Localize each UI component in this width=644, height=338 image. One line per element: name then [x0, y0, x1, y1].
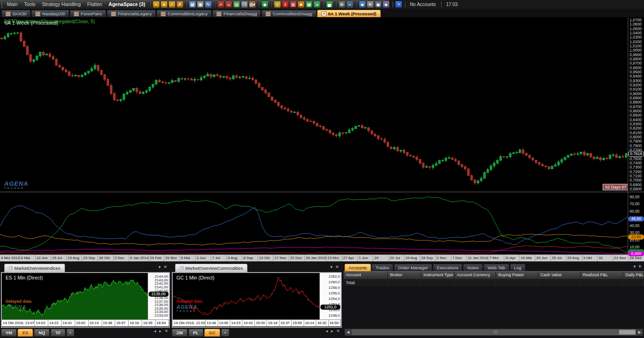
instrument-tab-+[interactable]: +	[66, 329, 75, 337]
stats-bars-icon[interactable]: ▅	[326, 1, 333, 8]
axis-tick: 40,00	[630, 224, 644, 228]
toolbar-grip[interactable]	[1, 1, 2, 8]
table-cell	[623, 280, 644, 286]
workspace-icon[interactable]: ▣	[197, 1, 204, 8]
instrument-tab-tf[interactable]: TF	[51, 329, 65, 337]
axis-tick: 0,8500	[630, 113, 644, 117]
collapse-icon[interactable]: ▾	[330, 265, 332, 269]
date-axis[interactable]: 4 Mrz 20136 Mai10 Jun15 Jul19 Aug23 Sep2…	[0, 254, 644, 261]
market-overview-commodities-window: ❐ MarketOverviewCommodities ▾ ✕ GC 1 Min…	[172, 263, 342, 328]
window-tab-commodities[interactable]: ❐ MarketOverviewCommodities	[175, 264, 247, 272]
accounts-tab-accounts[interactable]: Accounts	[345, 264, 371, 271]
instrument-menu-icon[interactable]: ▾	[161, 1, 168, 8]
share-icon[interactable]: ◆	[261, 1, 268, 8]
briefcase-icon[interactable]: ■	[298, 1, 305, 8]
close-icon[interactable]: ✕	[163, 265, 167, 269]
watchlist-icon	[74, 11, 79, 16]
instrument-tab-ym[interactable]: YM	[1, 329, 17, 337]
column-header-account-currency[interactable]: Account Currency	[455, 272, 496, 279]
workspace-tab-forexpairs[interactable]: ForexPairs	[70, 10, 106, 17]
scroll-left-icon[interactable]: ◂	[154, 329, 156, 333]
accounts-tab-log[interactable]: Log	[510, 264, 526, 271]
instrument-tab-+[interactable]: +	[221, 329, 229, 337]
chart-layout-menu-icon[interactable]: ▥▾	[249, 1, 256, 8]
price-axis[interactable]: 1,07001,06001,05001,04001,03001,02001,01…	[628, 17, 644, 192]
scrollbar-thumb[interactable]	[619, 330, 636, 335]
main-candlestick-chart[interactable]	[0, 17, 628, 192]
column-header-buying-power[interactable]: Buying Power	[496, 272, 538, 279]
notifications-badge-icon[interactable]: 2	[282, 1, 289, 8]
workspace-tab-dax30[interactable]: DAX30	[1, 10, 31, 17]
collapse-icon[interactable]: ▾	[633, 264, 636, 269]
menu-item-flatten[interactable]: Flatten	[84, 0, 105, 9]
scroll-right-icon[interactable]: ▶	[636, 329, 643, 335]
workspace-tab-nasdaq100[interactable]: Nasdaq100	[31, 10, 69, 17]
indicator-axis[interactable]: 80,0070,0060,0050,0040,0030,0020,0010,00…	[628, 192, 644, 254]
menu-item-main[interactable]: Main	[4, 0, 21, 9]
es-chart[interactable]: ES 1 Min (Direct) Delayed data AGENA TRA…	[2, 273, 148, 319]
accounts-tab-trades[interactable]: Trades	[371, 264, 393, 271]
workspace-tab-financialslegacy[interactable]: FinancialsLegacy	[107, 10, 156, 17]
accounts-tab-web-tab[interactable]: Web-Tab	[483, 264, 509, 271]
list-chart-icon[interactable]: ▤	[233, 1, 240, 8]
cot-indicator-panel[interactable]	[0, 192, 628, 254]
instrument-tab-pl[interactable]: PL	[189, 329, 203, 337]
instrument-tab-gc[interactable]: GC	[204, 329, 220, 337]
tools-icon[interactable]: ✦	[367, 1, 374, 8]
horizontal-scrollbar[interactable]: ◀ ▶	[345, 329, 643, 336]
user-icon[interactable]: ☻	[359, 1, 366, 8]
menu-item-strategy-handling[interactable]: Strategy Handling	[39, 0, 84, 9]
scroll-right-icon[interactable]: ▸	[331, 329, 333, 333]
scrollbar-grip[interactable]	[494, 331, 498, 334]
workspace-tab-6a-1-week-processed-[interactable]: ↗6A 1 Week (Processed)	[317, 10, 381, 17]
scroll-right-icon[interactable]: ▸	[159, 329, 162, 333]
export-table-icon[interactable]: ⇲	[313, 1, 320, 8]
workspace-tab-commoditieslegacy[interactable]: CommoditiesLegacy	[156, 10, 212, 17]
duplicate-chart-icon[interactable]: ❐	[241, 1, 248, 8]
scroll-left-icon[interactable]: ◂	[325, 329, 328, 333]
note-icon[interactable]: ✎	[205, 1, 212, 8]
window-tab-indices[interactable]: ❐ MarketOverviewIndices	[4, 264, 65, 272]
add-instrument-icon[interactable]: +	[153, 1, 160, 8]
price-badge: 23,90	[628, 234, 644, 240]
connection-icon[interactable]: ⌁	[346, 1, 353, 8]
clipboard-icon[interactable]: ▯	[274, 1, 281, 8]
column-header-daily-p-l[interactable]: Daily P&L	[623, 272, 644, 279]
accounts-tab-order-manager[interactable]: Order Manager	[394, 264, 432, 271]
instrument-tab-nq[interactable]: NQ	[34, 329, 50, 337]
accounts-tab-executions[interactable]: Executions	[433, 264, 462, 271]
remove-instrument-icon[interactable]: ✗	[176, 1, 183, 8]
time-label: 15:55	[292, 320, 304, 326]
column-header-broker[interactable]: Broker	[388, 272, 421, 279]
gc-chart[interactable]: GC 1 Min (Direct) Delayed data AGENA TRA…	[173, 273, 319, 319]
column-header-account[interactable]: Account	[344, 272, 388, 279]
collapse-icon[interactable]: ▾	[158, 265, 161, 269]
users-icon[interactable]: ☻	[383, 1, 390, 8]
screen-share-icon[interactable]: ▣	[375, 1, 382, 8]
accounts-tab-notes[interactable]: Notes	[463, 264, 483, 271]
column-header-instrument-type[interactable]: Instrument Type	[421, 272, 455, 279]
instrument-tab-es[interactable]: ES	[18, 329, 33, 337]
close-icon[interactable]: ✕	[335, 265, 339, 269]
chart-up-icon[interactable]: ↗	[217, 1, 224, 8]
date-label: 31	[597, 255, 613, 261]
table-icon[interactable]: ▦	[306, 1, 312, 8]
workspace-tab-commoditiesdisagg[interactable]: CommoditiesDisagg	[261, 10, 316, 17]
help-icon[interactable]: ?	[395, 1, 402, 8]
close-icon[interactable]: ✕	[336, 329, 340, 333]
columns-icon[interactable]: ▥	[290, 1, 297, 8]
chart-down-icon[interactable]: ↘	[225, 1, 232, 8]
column-header-cash-value[interactable]: Cash Value	[538, 272, 580, 279]
workspace-tab-financialsdisagg[interactable]: FinancialsDisagg	[212, 10, 261, 17]
grid-icon[interactable]: ▦	[189, 1, 196, 8]
apply-instrument-icon[interactable]: ✓	[169, 1, 176, 8]
close-icon[interactable]: ✕	[164, 329, 168, 333]
close-icon[interactable]: ✕	[638, 264, 642, 269]
menu-item-tools[interactable]: Tools	[21, 0, 39, 9]
settings-gear-icon[interactable]: ⚙	[338, 1, 345, 8]
menu-item-agenaspace-3-[interactable]: AgenaSpace (3)	[105, 0, 149, 9]
window-title-bar: ❐ MarketOverviewIndices ▾ ✕	[1, 263, 170, 272]
column-header-realized-p-l[interactable]: Realized P&L	[580, 272, 623, 279]
scroll-left-icon[interactable]: ◀	[345, 329, 351, 335]
instrument-tab-zm[interactable]: ZM	[172, 329, 188, 337]
